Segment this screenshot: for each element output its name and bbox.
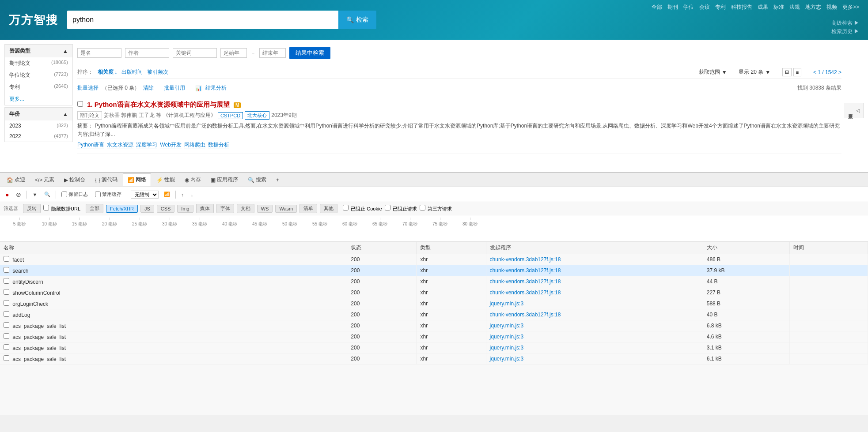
nav-journal[interactable]: 期刊 (667, 4, 678, 11)
search-button[interactable]: 🔍 (42, 191, 52, 198)
tag-crawler[interactable]: 网络爬虫 (184, 141, 205, 149)
blocked-requests-label[interactable]: 已阻止请求 (385, 205, 417, 212)
result-title-1[interactable]: 1. Python语言在水文水资源领域中的应用与展望 M (77, 101, 841, 109)
filter-wasm-btn[interactable]: Wasm (275, 205, 297, 213)
clear-btn[interactable]: 清除 (143, 84, 154, 92)
tab-search[interactable]: 🔍 搜索 (243, 174, 271, 186)
table-row[interactable]: acs_package_sale_list 200 xhr jquery.min… (0, 342, 868, 353)
third-party-checkbox[interactable] (420, 205, 425, 210)
filter-js-btn[interactable]: JS (140, 205, 154, 213)
search-in-button[interactable]: 结果中检索 (289, 47, 330, 59)
row-checkbox[interactable] (4, 289, 9, 295)
tab-application[interactable]: ▣ 应用程序 (206, 174, 243, 186)
year-header[interactable]: 年份 ▲ (5, 108, 72, 120)
initiator-link[interactable]: jquery.min.js:3 (490, 301, 523, 307)
advanced-search-link[interactable]: 高级检索 ▶ (831, 19, 859, 27)
filter-degree[interactable]: 学位论文 (7723) (5, 69, 72, 81)
expand-more-btn[interactable]: ◁ 展开更多 (845, 103, 864, 118)
filter-manifest-btn[interactable]: 清单 (299, 204, 317, 213)
hide-data-urls-label[interactable]: 隐藏数据URL (43, 205, 80, 212)
table-row[interactable]: addLog 200 xhr chunk-vendors.3dab127f.js… (0, 309, 868, 320)
page-nav[interactable]: < 1 / 1542 > (813, 69, 841, 75)
row-checkbox[interactable] (4, 267, 9, 273)
table-row[interactable]: acs_package_sale_list 200 xhr jquery.min… (0, 320, 868, 331)
nav-law[interactable]: 法规 (789, 4, 800, 11)
author-field[interactable] (125, 48, 169, 58)
clear-button[interactable]: ⊘ (14, 190, 23, 199)
tab-performance[interactable]: ⚡ 性能 (152, 174, 179, 186)
filter-journal[interactable]: 期刊论文 (18065) (5, 57, 72, 69)
tab-sources[interactable]: { } 源代码 (91, 174, 121, 186)
tab-welcome[interactable]: 🏠 欢迎 (2, 174, 30, 186)
tab-memory[interactable]: ◉ 内存 (180, 174, 205, 186)
search-button[interactable]: 🔍 检索 (338, 11, 376, 29)
row-checkbox[interactable] (4, 300, 9, 306)
filter-doc-btn[interactable]: 文档 (237, 204, 254, 213)
throttle-icon-btn[interactable]: 📶 (162, 191, 172, 198)
tab-elements[interactable]: </> 元素 (30, 174, 59, 186)
blocked-requests-checkbox[interactable] (385, 205, 390, 210)
search-input[interactable] (67, 11, 338, 29)
initiator-link[interactable]: chunk-vendors.3dab127f.js:18 (490, 312, 561, 318)
grid-view-btn[interactable]: ⊞ (782, 68, 792, 76)
nav-result[interactable]: 成果 (758, 4, 768, 11)
table-row[interactable]: showColumnControl 200 xhr chunk-vendors.… (0, 287, 868, 298)
tag-dataanalysis[interactable]: 数据分析 (208, 141, 229, 149)
initiator-link[interactable]: chunk-vendors.3dab127f.js:18 (490, 289, 561, 296)
search-history-link[interactable]: 检索历史 ▶ (831, 28, 859, 35)
table-row[interactable]: acs_package_sale_list 200 xhr jquery.min… (0, 353, 868, 364)
row-checkbox[interactable] (4, 322, 9, 328)
analysis-btn[interactable]: 结果分析 (205, 84, 227, 92)
download-btn[interactable]: ↓ (189, 191, 195, 198)
nav-standard[interactable]: 标准 (773, 4, 784, 11)
upload-btn[interactable]: ↑ (179, 191, 186, 198)
nav-more[interactable]: 更多>> (842, 4, 859, 11)
nav-report[interactable]: 科技报告 (731, 4, 752, 11)
tag-deeplearning[interactable]: 深度学习 (136, 141, 157, 149)
throttle-select[interactable]: 无限制 (131, 191, 159, 199)
nav-local[interactable]: 地方志 (805, 4, 821, 11)
row-checkbox[interactable] (4, 256, 9, 262)
initiator-link[interactable]: jquery.min.js:3 (490, 356, 523, 362)
nav-all[interactable]: 全部 (652, 4, 662, 11)
filter-xhr-btn[interactable]: Fetch/XHR (106, 205, 138, 213)
initiator-link[interactable]: chunk-vendors.3dab127f.js:18 (490, 267, 561, 274)
sort-date[interactable]: 出版时间 (121, 68, 143, 76)
initiator-link[interactable]: jquery.min.js:3 (490, 345, 523, 351)
invert-filter-btn[interactable]: 反转 (23, 204, 41, 213)
row-checkbox[interactable] (4, 333, 9, 339)
end-year-field[interactable] (259, 48, 286, 58)
blocked-cookies-label[interactable]: 已阻止 Cookie (343, 205, 382, 212)
start-year-field[interactable] (220, 48, 247, 58)
disable-cache-label[interactable]: 禁用缓存 (93, 190, 123, 199)
disable-cache-checkbox[interactable] (95, 192, 101, 197)
row-checkbox[interactable] (4, 311, 9, 317)
table-row[interactable]: facet 200 xhr chunk-vendors.3dab127f.js:… (0, 254, 868, 265)
filter-img-btn[interactable]: Img (177, 205, 193, 213)
filter-other-btn[interactable]: 其他 (320, 204, 337, 213)
tab-console[interactable]: ▶ 控制台 (60, 174, 90, 186)
initiator-link[interactable]: jquery.min.js:3 (490, 334, 523, 340)
preserve-log-label[interactable]: 保留日志 (60, 190, 90, 199)
filter-patent[interactable]: 专利 (2640) (5, 81, 72, 93)
batch-select-btn[interactable]: 批量选择 (77, 84, 99, 92)
nav-conference[interactable]: 会议 (699, 4, 710, 11)
batch-cite-btn[interactable]: 批量引用 (164, 84, 185, 92)
table-row[interactable]: acs_package_sale_list 200 xhr jquery.min… (0, 331, 868, 342)
filter-year-2023[interactable]: 2023 (822) (5, 120, 72, 131)
preserve-log-checkbox[interactable] (61, 192, 67, 197)
third-party-label[interactable]: 第三方请求 (420, 205, 452, 212)
list-view-btn[interactable]: ≡ (793, 68, 801, 76)
tag-hydrology[interactable]: 水文水资源 (107, 141, 133, 149)
keyword-field[interactable] (173, 48, 217, 58)
row-checkbox[interactable] (4, 344, 9, 350)
row-checkbox[interactable] (4, 278, 9, 284)
filter-year-2022[interactable]: 2022 (4377) (5, 131, 72, 142)
filter-more-resource[interactable]: 更多... (5, 93, 72, 105)
record-button[interactable]: ● (4, 190, 11, 199)
display-count[interactable]: 显示 20 条 ▼ (739, 68, 770, 76)
initiator-link[interactable]: chunk-vendors.3dab127f.js:18 (490, 278, 561, 285)
initiator-link[interactable]: chunk-vendors.3dab127f.js:18 (490, 256, 561, 263)
table-row[interactable]: orgLoginCheck 200 xhr jquery.min.js:3 58… (0, 298, 868, 309)
nav-video[interactable]: 视频 (826, 4, 837, 11)
